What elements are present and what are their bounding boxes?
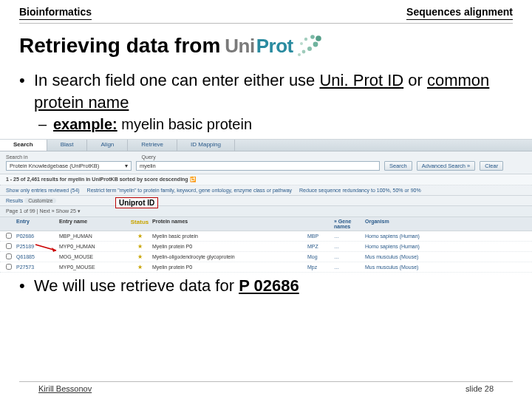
svg-point-4 <box>316 35 321 41</box>
bullet-list-2: We will use retrieve data for P 02686 <box>0 275 532 297</box>
row-checkbox[interactable] <box>6 243 12 249</box>
svg-point-2 <box>307 47 312 51</box>
uniprot-logo: UniProt <box>225 33 322 59</box>
search-block: Search in Query Protein Knowledgebase (U… <box>0 151 532 174</box>
search-button[interactable]: Search <box>384 161 412 171</box>
bullet-2: We will use retrieve data for P 02686 <box>34 275 513 297</box>
svg-point-5 <box>310 35 315 39</box>
b2-text: We will use retrieve data for <box>34 276 239 295</box>
slide-title-row: Retrieving data from UniProt <box>0 33 532 59</box>
logo-text-prot: Prot <box>256 35 293 58</box>
bullet-list: In search field one can enter either use… <box>0 69 532 134</box>
b1-text1: In search field one can enter either use <box>34 71 319 89</box>
cell-protein-name: Myelin protein P0 <box>152 244 307 249</box>
col-entry[interactable]: Entry <box>16 219 59 229</box>
table-row[interactable]: P25189 MYP0_HUMAN ★ Myelin protein P0 MP… <box>0 242 532 252</box>
example-text: myelin basic protein <box>117 116 252 132</box>
search-in-label: Search in <box>6 154 28 160</box>
tab-align[interactable]: Align <box>87 140 128 151</box>
b1-underline1: Uni. Prot ID <box>319 71 403 89</box>
results-toolbar: Results Customize <box>0 196 532 206</box>
row-checkbox[interactable] <box>6 253 12 259</box>
cell-more: … <box>334 265 365 270</box>
search-in-select[interactable]: Protein Knowledgebase (UniProtKB) ▾ <box>6 161 132 171</box>
results-label: Results <box>6 198 23 203</box>
svg-point-7 <box>300 42 303 45</box>
results-table: Entry Entry name Status Protein names » … <box>0 217 532 273</box>
cell-protein-name: Myelin protein P0 <box>152 265 307 270</box>
col-blank <box>307 219 334 229</box>
filter-bar: Show only entries reviewed (54) Restrict… <box>0 185 532 196</box>
clear-button[interactable]: Clear <box>480 161 503 171</box>
tab-retrieve[interactable]: Retrieve <box>128 140 177 151</box>
col-gene-names[interactable]: » Gene names <box>334 219 365 229</box>
filter-restrict[interactable]: Restrict term "myelin" to protein family… <box>87 188 292 193</box>
cell-organism[interactable]: Homo sapiens (Human) <box>365 233 526 239</box>
query-input[interactable]: myelin <box>136 161 380 171</box>
table-header: Entry Entry name Status Protein names » … <box>0 217 532 231</box>
col-status[interactable]: Status <box>127 219 152 229</box>
cell-entry[interactable]: Q61885 <box>16 254 59 259</box>
tab-blast[interactable]: Blast <box>47 140 88 151</box>
cell-more: … <box>334 254 365 259</box>
col-organism[interactable]: Organism <box>365 219 526 229</box>
tab-search[interactable]: Search <box>0 140 47 151</box>
cell-gene[interactable]: Mpz <box>307 265 334 270</box>
svg-point-1 <box>301 50 305 54</box>
pagination-row[interactable]: Page 1 of 99 | Next » Show 25 ▾ <box>0 206 532 217</box>
customize-pill[interactable]: Customize <box>24 198 56 203</box>
cell-entry-name: MYP0_HUMAN <box>59 244 127 249</box>
cell-gene[interactable]: MBP <box>307 233 334 239</box>
logo-text-uni: Uni <box>225 35 254 58</box>
col-entry-name[interactable]: Entry name <box>59 219 127 229</box>
advanced-search-button[interactable]: Advanced Search » <box>417 161 475 171</box>
b2-underline: P 02686 <box>239 276 299 295</box>
sub-list: example: myelin basic protein <box>34 115 513 134</box>
slide-footer: Kirill Bessonov slide 28 <box>19 381 513 393</box>
svg-point-3 <box>313 42 318 47</box>
header-left: Bioinformatics <box>19 6 92 20</box>
cell-entry-name: MYP0_MOUSE <box>59 265 127 270</box>
cell-more: … <box>334 233 365 239</box>
col-protein-names[interactable]: Protein names <box>152 219 307 229</box>
svg-point-6 <box>304 38 307 41</box>
tab-idmapping[interactable]: ID Mapping <box>177 140 235 151</box>
bullet-1: In search field one can enter either use… <box>34 69 513 134</box>
table-row[interactable]: Q61885 MOG_MOUSE ★ Myelin-oligodendrocyt… <box>0 252 532 262</box>
footer-author: Kirill Bessonov <box>38 384 92 393</box>
cell-entry[interactable]: P02686 <box>16 233 59 239</box>
sub-bullet-example: example: myelin basic protein <box>53 115 513 134</box>
chevron-down-icon: ▾ <box>125 163 128 169</box>
star-icon: ★ <box>127 264 152 270</box>
tab-bar: Search Blast Align Retrieve ID Mapping <box>0 140 532 151</box>
cell-gene[interactable]: MPZ <box>307 244 334 249</box>
slide-title: Retrieving data from <box>19 34 220 58</box>
filter-reduce[interactable]: Reduce sequence redundancy to 100%, 50% … <box>299 188 421 193</box>
cell-organism[interactable]: Mus musculus (Mouse) <box>365 265 526 270</box>
row-checkbox[interactable] <box>6 264 12 270</box>
results-summary: 1 - 25 of 2,461 results for myelin in Un… <box>0 174 532 185</box>
cell-protein-name: Myelin basic protein <box>152 233 307 239</box>
b1-mid: or <box>403 71 427 89</box>
cell-organism[interactable]: Homo sapiens (Human) <box>365 244 526 249</box>
cell-gene[interactable]: Mog <box>307 254 334 259</box>
cell-protein-name: Myelin-oligodendrocyte glycoprotein <box>152 254 307 259</box>
col-checkbox <box>6 219 16 229</box>
results-summary-text: 1 - 25 of 2,461 results for myelin in Un… <box>6 177 190 182</box>
filter-show-only[interactable]: Show only entries reviewed (54) <box>6 188 80 193</box>
callout-arrow-icon <box>34 243 61 253</box>
cell-more: … <box>334 244 365 249</box>
query-label: Query <box>142 154 156 160</box>
footer-slide-number: slide 28 <box>466 384 494 393</box>
cell-entry[interactable]: P27573 <box>16 265 59 270</box>
row-checkbox[interactable] <box>6 233 12 239</box>
cell-organism[interactable]: Mus musculus (Mouse) <box>365 254 526 259</box>
table-row[interactable]: P27573 MYP0_MOUSE ★ Myelin protein P0 Mp… <box>0 262 532 273</box>
header-rule <box>19 23 513 24</box>
table-row[interactable]: P02686 MBP_HUMAN ★ Myelin basic protein … <box>0 231 532 242</box>
star-icon: ★ <box>127 233 152 239</box>
uniprot-screenshot: Search Blast Align Retrieve ID Mapping S… <box>0 139 532 267</box>
star-icon: ★ <box>127 243 152 250</box>
star-icon: ★ <box>127 253 152 260</box>
uniprot-id-callout: Uniprot ID <box>115 197 158 208</box>
